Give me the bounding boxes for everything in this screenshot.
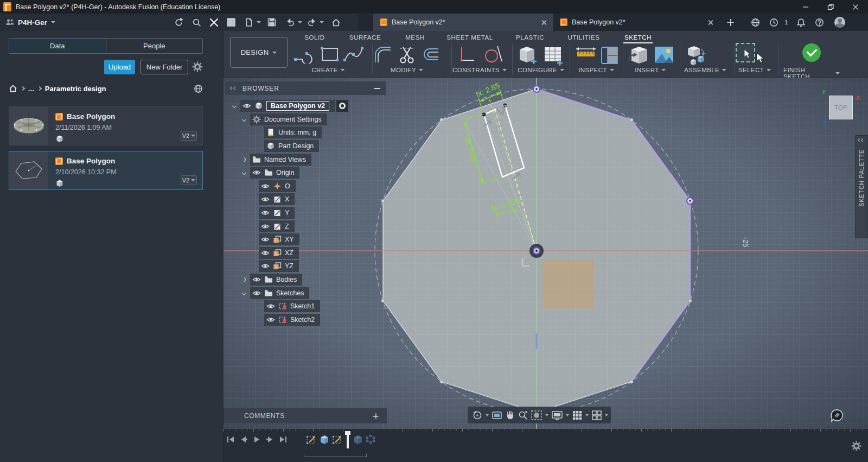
browser-header[interactable]: BROWSER bbox=[225, 81, 386, 95]
constraint-tangent-tool[interactable] bbox=[482, 45, 503, 66]
help-icon[interactable] bbox=[808, 14, 831, 31]
look-at-icon[interactable] bbox=[492, 410, 502, 420]
eye-icon[interactable] bbox=[261, 195, 270, 204]
eye-icon[interactable] bbox=[261, 182, 270, 191]
close-tab-1-icon[interactable] bbox=[541, 20, 547, 26]
document-tab-2[interactable]: Base Polygon v2* bbox=[553, 14, 700, 31]
inspect-section-tool[interactable] bbox=[600, 45, 620, 67]
group-configure[interactable]: CONFIGURE bbox=[518, 67, 564, 73]
breadcrumb-folder[interactable]: Parametric design bbox=[45, 85, 106, 93]
configure-configuration-tool[interactable] bbox=[518, 45, 539, 67]
tree-row-yz-plane[interactable]: YZ bbox=[225, 260, 388, 273]
timeline-feature-sketch1[interactable] bbox=[306, 434, 317, 447]
ribbon-tab-surface[interactable]: SURFACE bbox=[347, 33, 384, 42]
breadcrumb-ellipsis[interactable]: ... bbox=[28, 85, 34, 93]
viewports-icon[interactable] bbox=[591, 410, 602, 421]
panel-settings-gear-icon[interactable] bbox=[192, 61, 203, 74]
tree-row-sketch1[interactable]: Sketch1 bbox=[225, 300, 388, 313]
team-selector[interactable]: P4H-Ger bbox=[5, 14, 55, 31]
chevron-down-icon[interactable] bbox=[242, 170, 246, 175]
finish-sketch-button[interactable] bbox=[802, 43, 821, 62]
tree-row-y-axis[interactable]: Y bbox=[225, 206, 388, 220]
timeline-go-to-end-button[interactable] bbox=[279, 435, 287, 444]
ribbon-tab-plastic[interactable]: PLASTIC bbox=[514, 33, 546, 42]
tab-data[interactable]: Data bbox=[9, 39, 106, 53]
timeline-position-marker[interactable] bbox=[344, 431, 352, 451]
minimize-button[interactable] bbox=[793, 0, 818, 14]
new-tab-button[interactable] bbox=[720, 14, 741, 31]
ribbon-tab-sketch[interactable]: SKETCH bbox=[622, 33, 654, 42]
eye-icon[interactable] bbox=[261, 222, 270, 231]
insert-canvas-tool[interactable] bbox=[653, 45, 675, 66]
chevron-down-icon[interactable] bbox=[242, 117, 246, 122]
chevron-right-icon[interactable] bbox=[242, 277, 246, 282]
grid-snap-caret[interactable] bbox=[585, 414, 589, 416]
timeline-step-back-button[interactable] bbox=[240, 435, 248, 444]
close-tab-2-icon[interactable] bbox=[701, 14, 720, 31]
orbit-icon[interactable] bbox=[472, 410, 483, 421]
eye-icon[interactable] bbox=[252, 289, 261, 298]
tree-row-z-axis[interactable]: Z bbox=[225, 219, 388, 233]
ribbon-tab-mesh[interactable]: MESH bbox=[403, 33, 427, 42]
create-rectangle-tool[interactable] bbox=[320, 45, 340, 65]
zoom-window-icon[interactable] bbox=[531, 410, 542, 421]
zoom-icon[interactable] bbox=[518, 410, 528, 421]
ribbon-tab-solid[interactable]: SOLID bbox=[302, 33, 327, 42]
tree-row-sketch2[interactable]: Sketch2 bbox=[225, 313, 388, 327]
app-grid-icon[interactable] bbox=[225, 17, 237, 28]
file-card-1[interactable]: Base Polygon 2/11/2026 1:09 AM V2 bbox=[9, 106, 203, 145]
group-create[interactable]: CREATE bbox=[311, 67, 344, 73]
group-assemble[interactable]: ASSEMBLE bbox=[684, 67, 726, 73]
root-component-label[interactable]: Base Polygon v2 bbox=[266, 101, 329, 111]
sketch-palette-collapsed[interactable]: SKETCH PALETTE bbox=[855, 135, 868, 238]
tree-row-document-settings[interactable]: Document Settings bbox=[225, 113, 388, 126]
view-cube[interactable]: TOP bbox=[829, 96, 853, 119]
file-2-version-dropdown[interactable]: V2 bbox=[181, 175, 197, 185]
upload-button[interactable]: Upload bbox=[104, 60, 135, 74]
redo-caret[interactable] bbox=[316, 17, 328, 28]
display-settings-caret[interactable] bbox=[566, 414, 569, 416]
file-1-version-dropdown[interactable]: V2 bbox=[181, 131, 197, 141]
chevron-down-icon[interactable] bbox=[242, 290, 246, 295]
search-button[interactable] bbox=[190, 17, 202, 28]
file-card-2[interactable]: Base Polygon 2/10/2026 10:32 PM V2 bbox=[9, 151, 203, 190]
chevron-down-icon[interactable] bbox=[232, 104, 237, 108]
home-button[interactable] bbox=[330, 17, 342, 28]
grid-snap-icon[interactable] bbox=[572, 410, 583, 421]
select-tool[interactable] bbox=[736, 43, 755, 62]
origin-point[interactable] bbox=[529, 244, 544, 258]
eye-icon[interactable] bbox=[266, 315, 275, 324]
zoom-window-caret[interactable] bbox=[545, 414, 548, 416]
file-menu-caret[interactable] bbox=[253, 17, 265, 28]
timeline-feature-extrude[interactable] bbox=[319, 434, 330, 447]
minimize-panel-icon[interactable] bbox=[374, 88, 380, 89]
tree-row-xz-plane[interactable]: XZ bbox=[225, 246, 388, 260]
tree-row-sketches[interactable]: Sketches bbox=[225, 286, 388, 300]
eye-icon[interactable] bbox=[266, 302, 275, 311]
shared-view-icon[interactable] bbox=[194, 84, 203, 93]
eye-icon[interactable] bbox=[252, 168, 261, 177]
eye-icon[interactable] bbox=[261, 249, 270, 257]
timeline-step-forward-button[interactable] bbox=[266, 435, 274, 444]
timeline-play-button[interactable] bbox=[253, 435, 261, 444]
eye-icon[interactable] bbox=[242, 102, 251, 110]
eye-icon[interactable] bbox=[261, 208, 270, 217]
pan-hand-icon[interactable] bbox=[505, 410, 515, 421]
group-modify[interactable]: MODIFY bbox=[391, 67, 423, 73]
activate-component-radio[interactable] bbox=[336, 100, 348, 112]
add-comment-icon[interactable] bbox=[373, 413, 378, 419]
group-constraints[interactable]: CONSTRAINTS bbox=[452, 67, 507, 73]
home-icon[interactable] bbox=[9, 84, 17, 93]
display-settings-icon[interactable] bbox=[551, 410, 563, 421]
modify-trim-tool[interactable] bbox=[398, 45, 416, 66]
inspect-measure-tool[interactable] bbox=[575, 45, 597, 65]
tab-people[interactable]: People bbox=[106, 39, 203, 53]
undo-caret[interactable] bbox=[294, 17, 306, 28]
comment-bubble-icon[interactable] bbox=[830, 409, 844, 423]
eye-icon[interactable] bbox=[261, 235, 270, 244]
timeline-feature-sketch2[interactable] bbox=[332, 434, 343, 447]
create-spline-tool[interactable] bbox=[343, 45, 365, 65]
insert-decal-tool[interactable] bbox=[627, 45, 649, 67]
tree-row-units[interactable]: Units: mm, g bbox=[225, 126, 388, 140]
assemble-new-component-tool[interactable] bbox=[686, 45, 707, 68]
